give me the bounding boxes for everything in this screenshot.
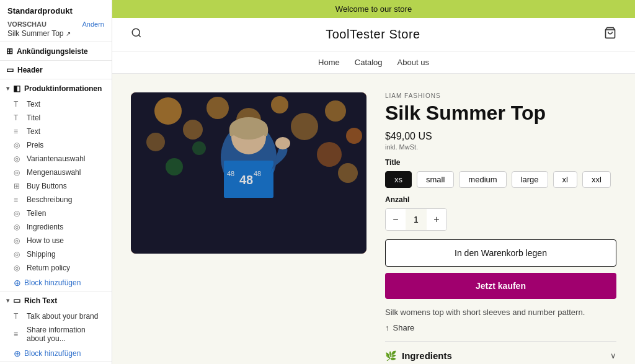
product-type-label: Standardprodukt — [0, 0, 112, 19]
list-item[interactable]: ◎ Mengenauswahl — [0, 166, 112, 179]
buy-buttons-icon: ⊞ — [14, 182, 22, 190]
add-block-label: Block hinzufügen — [24, 278, 81, 287]
product-title: Silk Summer Top — [385, 102, 616, 125]
sidebar-item-product-info[interactable]: ▾ ◧ Produktinformationen — [0, 79, 112, 97]
sidebar-item-header[interactable]: ▭ Header — [0, 61, 112, 79]
announcements-label: Ankündigungsleiste — [17, 47, 88, 56]
nav-home[interactable]: Home — [318, 58, 340, 67]
nav-about[interactable]: About us — [397, 58, 429, 67]
rich-text-label: Rich Text — [24, 296, 57, 305]
variant-xs[interactable]: xs — [385, 171, 412, 188]
chevron-down-icon: ▾ — [6, 85, 9, 92]
text-icon: T — [14, 100, 22, 109]
share-label: Share — [393, 323, 415, 332]
brand-name: LIAM FASHIONS — [385, 92, 616, 99]
ingredients-section[interactable]: 🌿 Ingredients ∨ — [385, 341, 616, 362]
sidebar-item-rich-text[interactable]: ▾ ▭ Rich Text — [0, 291, 112, 309]
plus-icon-2: ⊕ — [14, 348, 21, 358]
quantity-control: − 1 + — [385, 208, 447, 231]
announcements-icon: ⊞ — [6, 47, 13, 56]
product-section: 48 48 48 LIAM FASHIONS Silk Summer Top — [112, 74, 635, 364]
ingredients-title: 🌿 Ingredients — [385, 350, 452, 362]
svg-line-1 — [138, 35, 140, 37]
list-item[interactable]: ≡ Share information about you... — [0, 323, 112, 345]
quantity-value: 1 — [406, 215, 427, 224]
quantity-increase[interactable]: + — [427, 209, 446, 230]
preview-label: VORSCHAU — [7, 20, 47, 28]
list-item[interactable]: ◎ How to use — [0, 234, 112, 247]
add-to-cart-button[interactable]: In den Warenkorb legen — [385, 239, 616, 267]
product-info-label: Produktinformationen — [24, 84, 102, 93]
header-label: Header — [17, 66, 43, 74]
quantity-decrease[interactable]: − — [386, 209, 406, 230]
share-button[interactable]: ↑ Share — [385, 323, 616, 332]
list-item[interactable]: ◎ Shipping — [0, 247, 112, 261]
store-logo: ToolTester Store — [326, 27, 420, 42]
list-item[interactable]: T Titel — [0, 111, 112, 125]
store-preview: Welcome to our store ToolTester Store Ho… — [112, 0, 635, 364]
list-item[interactable]: ≡ Beschreibung — [0, 193, 112, 206]
product-image-container: 48 48 48 — [131, 92, 366, 362]
list-item[interactable]: ◎ Preis — [0, 138, 112, 152]
price: $49,00 US — [385, 131, 616, 142]
add-block-button-rich-text[interactable]: ⊕ Block hinzufügen — [0, 345, 112, 362]
search-icon[interactable] — [131, 27, 142, 42]
svg-rect-25 — [131, 92, 366, 254]
ingredients-chevron-icon: ∨ — [610, 351, 616, 360]
list-item[interactable]: ◎ Return policy — [0, 261, 112, 275]
variant-medium[interactable]: medium — [459, 171, 506, 188]
rich-text-icon: ▭ — [13, 296, 20, 305]
plus-icon: ⊕ — [14, 278, 21, 288]
store-nav: Home Catalog About us — [112, 51, 635, 74]
variant-icon: ◎ — [14, 154, 22, 163]
text2-icon: ≡ — [14, 127, 22, 136]
external-link-icon: ↗ — [66, 30, 71, 37]
nav-catalog[interactable]: Catalog — [355, 58, 383, 67]
quantity-label: Anzahl — [385, 195, 616, 204]
share-icon: ◎ — [14, 209, 22, 218]
variant-label: Title — [385, 158, 616, 167]
list-item[interactable]: ⊞ Buy Buttons — [0, 179, 112, 193]
ingredients-icon: ◎ — [14, 223, 22, 231]
list-item[interactable]: ◎ Variantenauswahl — [0, 152, 112, 166]
list-item[interactable]: ≡ Text — [0, 125, 112, 138]
list-item[interactable]: T Talk about your brand — [0, 309, 112, 323]
sidebar-item-announcements[interactable]: ⊞ Ankündigungsleiste — [0, 42, 112, 60]
product-info: LIAM FASHIONS Silk Summer Top $49,00 US … — [385, 92, 616, 362]
announcement-bar: Welcome to our store — [112, 0, 635, 18]
price-note: inkl. MwSt. — [385, 143, 616, 151]
buy-now-button[interactable]: Jetzt kaufen — [385, 273, 616, 299]
share-info-icon: ≡ — [14, 330, 22, 339]
preview-action[interactable]: Andern — [82, 20, 104, 28]
add-block-label-2: Block hinzufügen — [24, 349, 81, 358]
sidebar: Standardprodukt VORSCHAU Andern Silk Sum… — [0, 0, 112, 364]
product-description: Silk womens top with short sleeves and n… — [385, 308, 616, 317]
preview-value: Silk Summer Top — [7, 29, 63, 38]
store-header: ToolTester Store — [112, 18, 635, 51]
list-item[interactable]: ◎ Teilen — [0, 206, 112, 220]
list-item[interactable]: ◎ Ingredients — [0, 220, 112, 234]
variant-buttons: xs small medium large xl xxl — [385, 171, 616, 188]
svg-point-0 — [132, 29, 140, 36]
list-item[interactable]: T Text — [0, 97, 112, 111]
variant-small[interactable]: small — [417, 171, 454, 188]
description-icon: ≡ — [14, 195, 22, 204]
product-image: 48 48 48 — [131, 92, 366, 254]
cart-icon[interactable] — [604, 27, 616, 42]
quantity-icon: ◎ — [14, 168, 22, 177]
return-policy-icon: ◎ — [14, 264, 22, 272]
title-icon: T — [14, 113, 22, 122]
header-icon: ▭ — [6, 65, 14, 74]
variant-large[interactable]: large — [512, 171, 548, 188]
share-icon-product: ↑ — [385, 323, 389, 332]
chevron-down-icon-2: ▾ — [6, 297, 9, 304]
preis-icon: ◎ — [14, 141, 22, 149]
brand-text-icon: T — [14, 312, 22, 321]
variant-xxl[interactable]: xxl — [582, 171, 611, 188]
how-to-use-icon: ◎ — [14, 236, 22, 245]
variant-xl[interactable]: xl — [553, 171, 577, 188]
add-block-button-product[interactable]: ⊕ Block hinzufügen — [0, 275, 112, 291]
shipping-icon: ◎ — [14, 250, 22, 259]
ingredients-icon-product: 🌿 — [385, 350, 397, 362]
product-info-icon: ◧ — [13, 84, 20, 93]
